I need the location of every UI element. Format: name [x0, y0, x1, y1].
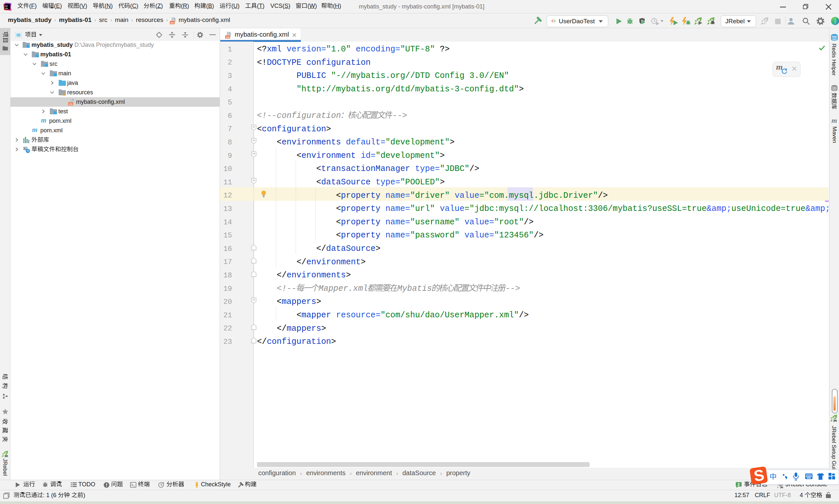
svg-text:2: 2: [737, 482, 740, 487]
svg-text:<>: <>: [69, 103, 72, 106]
svg-text:JR: JR: [833, 419, 837, 422]
svg-text:IJ: IJ: [5, 4, 7, 7]
svg-text:JR: JR: [780, 486, 783, 489]
svg-text:JR: JR: [5, 454, 8, 457]
svg-text:<>: <>: [171, 22, 174, 25]
